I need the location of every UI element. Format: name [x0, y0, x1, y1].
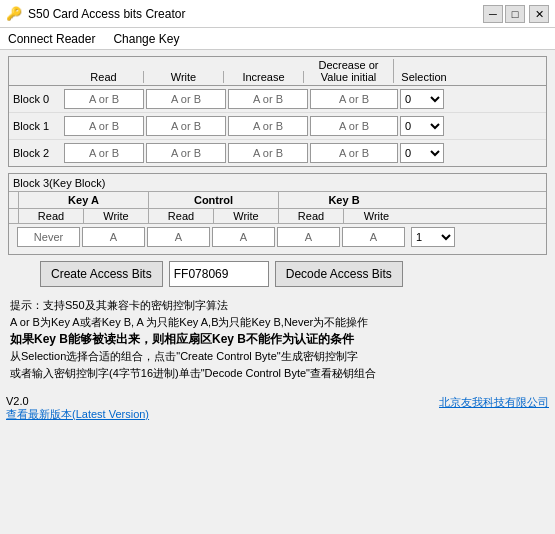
footer: V2.0 查看最新版本(Latest Version) 北京友我科技有限公司	[0, 391, 555, 424]
block0-selection-select[interactable]: 0123 4567	[400, 89, 444, 109]
block0-label: Block 0	[9, 93, 64, 105]
footer-left: V2.0 查看最新版本(Latest Version)	[6, 395, 149, 422]
info-line2: A or B为Key A或者Key B, A 为只能Key A,B为只能Key …	[10, 314, 545, 331]
block3-keya-read-header: Read	[19, 209, 84, 223]
block0-read-input[interactable]	[64, 89, 144, 109]
header-write: Write	[144, 71, 224, 83]
block0-decrease-input[interactable]	[310, 89, 398, 109]
title-bar: 🔑 S50 Card Access bits Creator ─ □ ✕	[0, 0, 555, 28]
block3-ctrl-write-input[interactable]	[212, 227, 275, 247]
header-decrease: Decrease orValue initial	[304, 59, 394, 83]
block0-write-input[interactable]	[146, 89, 226, 109]
app-icon: 🔑	[6, 6, 22, 21]
block3-keya-write-input[interactable]	[82, 227, 145, 247]
block3-control-group: Control	[149, 192, 279, 208]
block3-sub-spacer	[9, 209, 19, 223]
block3-keya-write-header: Write	[84, 209, 149, 223]
create-access-bits-button[interactable]: Create Access Bits	[40, 261, 163, 287]
menu-connect-reader[interactable]: Connect Reader	[4, 31, 99, 47]
block2-decrease-input[interactable]	[310, 143, 398, 163]
main-table: Read Write Increase Decrease orValue ini…	[8, 56, 547, 167]
header-increase: Increase	[224, 71, 304, 83]
block3-sub-header: Read Write Read Write Read Write	[9, 209, 546, 224]
table-row-block1: Block 1 0123 4567	[9, 113, 546, 140]
block2-read-input[interactable]	[64, 143, 144, 163]
block3-selection-select[interactable]: 0123 4567	[411, 227, 455, 247]
block2-selection-select[interactable]: 0123 4567	[400, 143, 444, 163]
block2-increase-input[interactable]	[228, 143, 308, 163]
block3-data-row: 0123 4567	[9, 224, 546, 250]
minimize-button[interactable]: ─	[483, 5, 503, 23]
block2-write-input[interactable]	[146, 143, 226, 163]
main-content: Read Write Increase Decrease orValue ini…	[0, 50, 555, 391]
info-line4: 从Selection选择合适的组合，点击"Create Control Byte…	[10, 348, 545, 365]
block1-increase-input[interactable]	[228, 116, 308, 136]
company-link[interactable]: 北京友我科技有限公司	[439, 395, 549, 422]
maximize-button[interactable]: □	[505, 5, 525, 23]
table-header-row: Read Write Increase Decrease orValue ini…	[9, 57, 546, 86]
info-line3: 如果Key B能够被读出来，则相应扇区Key B不能作为认证的条件	[10, 330, 545, 348]
block3-ctrl-read-input[interactable]	[147, 227, 210, 247]
title-bar-left: 🔑 S50 Card Access bits Creator	[6, 6, 185, 21]
block3-keyb-write-input[interactable]	[342, 227, 405, 247]
block1-decrease-input[interactable]	[310, 116, 398, 136]
hex-value-input[interactable]	[169, 261, 269, 287]
block1-label: Block 1	[9, 120, 64, 132]
block3-group-header: Key A Control Key B	[9, 191, 546, 209]
block3-ctrl-read-header: Read	[149, 209, 214, 223]
block3-keyb-read-input[interactable]	[277, 227, 340, 247]
header-read: Read	[64, 71, 144, 83]
block1-selection-select[interactable]: 0123 4567	[400, 116, 444, 136]
header-selection: Selection	[394, 71, 454, 83]
block2-label: Block 2	[9, 147, 64, 159]
decode-access-bits-button[interactable]: Decode Access Bits	[275, 261, 403, 287]
title-bar-controls: ─ □ ✕	[483, 5, 549, 23]
block3-keya-group: Key A	[19, 192, 149, 208]
action-row: Create Access Bits Decode Access Bits	[38, 261, 547, 287]
block3-keya-read-input[interactable]	[17, 227, 80, 247]
info-section: 提示：支持S50及其兼容卡的密钥控制字算法 A or B为Key A或者Key …	[8, 293, 547, 385]
block3-keyb-group: Key B	[279, 192, 409, 208]
latest-version-link[interactable]: 查看最新版本(Latest Version)	[6, 407, 149, 422]
block3-ctrl-write-header: Write	[214, 209, 279, 223]
block1-write-input[interactable]	[146, 116, 226, 136]
table-row-block2: Block 2 0123 4567	[9, 140, 546, 166]
block0-increase-input[interactable]	[228, 89, 308, 109]
block3-title: Block 3(Key Block)	[9, 174, 546, 191]
menu-bar: Connect Reader Change Key	[0, 28, 555, 50]
block3-section: Block 3(Key Block) Key A Control Key B R…	[8, 173, 547, 255]
close-button[interactable]: ✕	[529, 5, 549, 23]
app-title: S50 Card Access bits Creator	[28, 7, 185, 21]
block3-keyb-write-header: Write	[344, 209, 409, 223]
info-line1: 提示：支持S50及其兼容卡的密钥控制字算法	[10, 297, 545, 314]
info-line5: 或者输入密钥控制字(4字节16进制)单击"Decode Control Byte…	[10, 365, 545, 382]
block3-keyb-read-header: Read	[279, 209, 344, 223]
table-row-block0: Block 0 0123 4567	[9, 86, 546, 113]
block3-spacer	[9, 192, 19, 208]
version-label: V2.0	[6, 395, 149, 407]
menu-change-key[interactable]: Change Key	[109, 31, 183, 47]
block1-read-input[interactable]	[64, 116, 144, 136]
